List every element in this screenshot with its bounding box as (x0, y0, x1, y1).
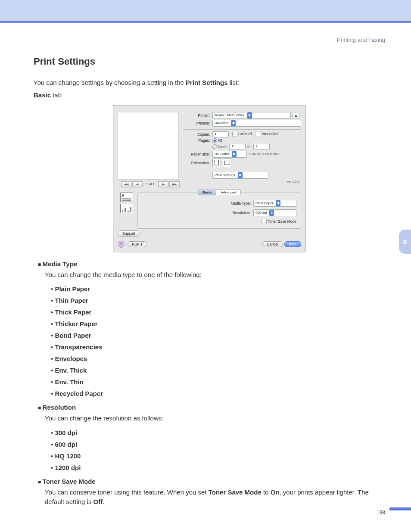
driver-version: ver.1.3.1 (183, 180, 301, 184)
intro-text: You can change settings by choosing a se… (34, 78, 385, 88)
resolution-list: 300 dpi 600 dpi HQ 1200 1200 dpi (51, 427, 385, 473)
top-band (0, 0, 411, 23)
footer-bar (389, 507, 411, 510)
presets-label: Presets: (183, 121, 212, 125)
list-item: Env. Thick (51, 364, 385, 376)
print-button[interactable]: Print (284, 241, 301, 247)
list-item: Thicker Paper (51, 318, 385, 330)
panel-select-value: Print Settings (215, 173, 235, 177)
intro-bold: Print Settings (186, 79, 228, 86)
preview-pager: ◀◀ ◀ 1 of 1 ▶ ▶▶ (118, 181, 183, 187)
panel-select[interactable]: Print Settings (212, 172, 268, 179)
media-desc: You can change the media type to one of … (45, 270, 385, 280)
tonersave-checkbox[interactable] (262, 219, 267, 224)
list-item: HQ 1200 (51, 450, 385, 462)
papersize-dims: 8.50 by 11.00 inches (249, 152, 279, 156)
pages-tolabel: to: (247, 145, 251, 149)
pages-fromlabel: From: (218, 145, 227, 149)
toner-desc: You can conserve toner using this featur… (45, 488, 385, 507)
orientation-label: Orientation: (183, 161, 212, 165)
print-preview (118, 112, 179, 180)
cancel-button[interactable]: Cancel (262, 241, 283, 247)
collated-label: Collated (238, 132, 252, 136)
printer-value: Brother MFC-XXXX (215, 113, 245, 117)
page-title: Print Settings (34, 56, 385, 67)
intro-pre: You can change settings by choosing a se… (34, 79, 186, 86)
tab-advanced[interactable]: Advanced (216, 190, 241, 195)
pages-from-radio[interactable] (212, 144, 217, 149)
pages-all-radio[interactable] (212, 138, 217, 143)
list-item: Env. Thin (51, 376, 385, 388)
list-item: Thick Paper (51, 306, 385, 318)
copies-label: Copies: (183, 132, 212, 137)
presets-select[interactable]: Standard (212, 120, 301, 127)
collated-checkbox[interactable] (232, 132, 237, 137)
toner-heading: Toner Save Mode (38, 478, 385, 485)
printer-label: Printer: (183, 113, 212, 118)
mediatype-label: Media Type: (231, 201, 253, 205)
intro-post: list: (228, 79, 240, 86)
resolution-desc: You can change the resolution as follows… (45, 414, 385, 423)
list-item: Envelopes (51, 353, 385, 364)
pager-first-button[interactable]: ◀◀ (121, 181, 131, 187)
printer-expand-button[interactable]: ▲ (293, 112, 299, 119)
twosided-checkbox[interactable] (255, 132, 260, 137)
list-item: 300 dpi (51, 427, 385, 439)
section-header: Printing and Faxing (337, 37, 385, 43)
pdf-button[interactable]: PDF ▾ (128, 241, 147, 247)
tab-line: Basic tab (34, 91, 385, 99)
pager-text: 1 of 1 (143, 182, 157, 186)
list-item: 600 dpi (51, 439, 385, 450)
twosided-label: Two-Sided (261, 132, 278, 136)
pager-prev-button[interactable]: ◀ (132, 181, 143, 187)
mediatype-select[interactable]: Plain Paper (253, 200, 296, 207)
list-item: Plain Paper (51, 283, 385, 295)
tonersave-label: Toner Save Mode (268, 219, 296, 224)
print-settings-panel: Basic Advanced Media Type: Plain Paper R (137, 193, 301, 229)
papersize-label: Paper Size: (183, 152, 212, 156)
print-dialog: ◀◀ ◀ 1 of 1 ▶ ▶▶ Printer: Brother MFC-XX… (113, 105, 306, 252)
list-item: Recycled Paper (51, 388, 385, 399)
orientation-portrait-button[interactable] (212, 159, 221, 167)
tab-basic[interactable]: Basic (198, 190, 216, 195)
copies-input[interactable]: 1 (212, 131, 229, 137)
chapter-tab: 8 (399, 230, 411, 254)
tab-rest: tab (51, 91, 62, 99)
resolution-select[interactable]: 600 dpi (253, 209, 296, 216)
page-number: 138 (377, 510, 385, 516)
papersize-select[interactable]: US Letter (212, 151, 247, 158)
help-button[interactable]: ? (118, 241, 125, 248)
settings-icons: A (120, 193, 133, 213)
papersize-value: US Letter (215, 152, 229, 156)
resolution-heading: Resolution (38, 404, 385, 411)
list-item: 1200 dpi (51, 462, 385, 473)
list-item: Transparencies (51, 341, 385, 353)
media-heading: Media Type (38, 260, 385, 268)
printer-select[interactable]: Brother MFC-XXXX (212, 112, 291, 119)
pager-last-button[interactable]: ▶▶ (169, 181, 180, 187)
list-item: Thin Paper (51, 295, 385, 306)
pages-to-input[interactable]: 1 (253, 144, 270, 150)
pages-label: Pages: (183, 138, 212, 143)
presets-value: Standard (215, 121, 228, 125)
title-rule (34, 70, 385, 70)
list-item: Bond Paper (51, 330, 385, 341)
mediatype-value: Plain Paper (255, 201, 273, 205)
pages-from-input[interactable]: 1 (229, 144, 246, 150)
pages-all-label: All (218, 138, 222, 143)
orientation-landscape-button[interactable] (223, 159, 231, 167)
resolution-value: 600 dpi (255, 211, 267, 215)
media-list: Plain Paper Thin Paper Thick Paper Thick… (51, 283, 385, 399)
resolution-label: Resolution: (232, 211, 253, 215)
tab-bold: Basic (34, 91, 51, 99)
pager-next-button[interactable]: ▶ (158, 181, 168, 187)
support-button[interactable]: Support (118, 230, 140, 236)
